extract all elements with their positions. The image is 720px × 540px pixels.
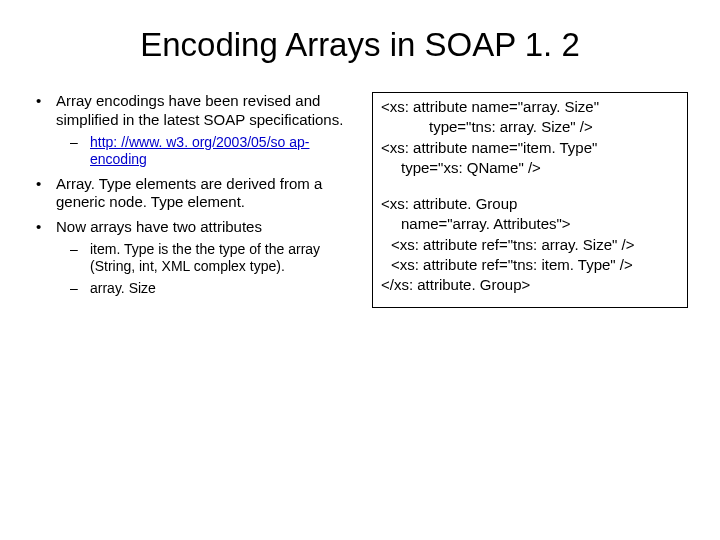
code-line: name="array. Attributes"> <box>381 214 679 234</box>
code-line: <xs: attribute name="array. Size" <box>381 97 679 117</box>
sub-bullet-list: item. Type is the the type of the array … <box>56 241 358 298</box>
content-columns: Array encodings have been revised and si… <box>30 92 690 308</box>
slide: Encoding Arrays in SOAP 1. 2 Array encod… <box>0 0 720 540</box>
bullet-text: Array. Type elements are derived from a … <box>56 175 322 211</box>
slide-title: Encoding Arrays in SOAP 1. 2 <box>30 26 690 64</box>
code-line: <xs: attribute ref="tns: array. Size" /> <box>381 235 679 255</box>
code-line: </xs: attribute. Group> <box>381 275 679 295</box>
bullet-item: Array encodings have been revised and si… <box>30 92 358 169</box>
code-line: <xs: attribute name="item. Type" <box>381 138 679 158</box>
soap-encoding-link[interactable]: http: //www. w3. org/2003/05/so ap-encod… <box>90 134 309 168</box>
code-line: type="xs: QName" /> <box>381 158 679 178</box>
code-box: <xs: attribute name="array. Size" type="… <box>372 92 688 308</box>
sub-bullet-item: item. Type is the the type of the array … <box>56 241 358 276</box>
bullet-text: Now arrays have two attributes <box>56 218 262 235</box>
code-line: <xs: attribute ref="tns: item. Type" /> <box>381 255 679 275</box>
bullet-list: Array encodings have been revised and si… <box>30 92 358 297</box>
sub-bullet-item: array. Size <box>56 280 358 298</box>
sub-bullet-list: http: //www. w3. org/2003/05/so ap-encod… <box>56 134 358 169</box>
bullet-text: Array encodings have been revised and si… <box>56 92 343 128</box>
code-line: <xs: attribute. Group <box>381 194 679 214</box>
sub-bullet-item: http: //www. w3. org/2003/05/so ap-encod… <box>56 134 358 169</box>
code-line: type="tns: array. Size" /> <box>381 117 679 137</box>
left-column: Array encodings have been revised and si… <box>30 92 358 308</box>
bullet-item: Now arrays have two attributes item. Typ… <box>30 218 358 297</box>
bullet-item: Array. Type elements are derived from a … <box>30 175 358 213</box>
spacer <box>381 178 679 194</box>
